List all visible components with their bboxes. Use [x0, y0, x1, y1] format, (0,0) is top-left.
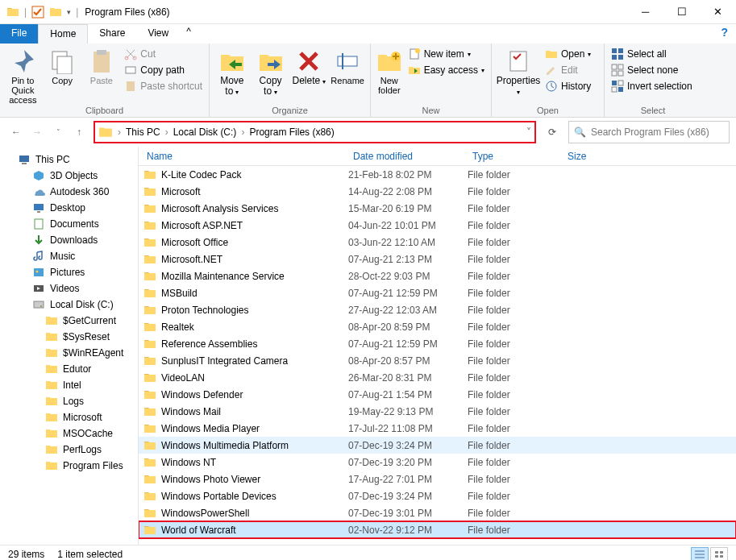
- large-icons-view-icon[interactable]: [710, 547, 728, 561]
- sidebar-item[interactable]: Autodesk 360: [0, 184, 138, 200]
- table-row[interactable]: Windows Portable Devices07-Dec-19 3:24 P…: [139, 487, 736, 504]
- sidebar-item[interactable]: $SysReset: [0, 329, 138, 345]
- breadcrumb-part[interactable]: Program Files (x86): [246, 127, 337, 138]
- column-header-date[interactable]: Date modified: [345, 151, 464, 162]
- sidebar-item[interactable]: MSOCache: [0, 425, 138, 442]
- select-none-button[interactable]: Select none: [609, 63, 694, 77]
- navigation-pane[interactable]: This PC3D ObjectsAutodesk 360DesktopDocu…: [0, 147, 139, 545]
- sidebar-item[interactable]: 3D Objects: [0, 168, 138, 184]
- sidebar-item[interactable]: Videos: [0, 280, 138, 297]
- table-row[interactable]: Microsoft Office03-Jun-22 12:10 AMFile f…: [139, 234, 736, 251]
- sidebar-item[interactable]: $WinREAgent: [0, 345, 138, 361]
- sidebar-item[interactable]: Documents: [0, 216, 138, 232]
- ribbon-collapse-icon[interactable]: ^: [180, 24, 198, 44]
- help-icon[interactable]: ?: [713, 24, 736, 44]
- move-to-button[interactable]: Move to ▾: [214, 47, 250, 97]
- table-row[interactable]: Proton Technologies27-Aug-22 12:03 AMFil…: [139, 301, 736, 318]
- minimize-button[interactable]: ─: [627, 0, 663, 24]
- table-row[interactable]: Realtek08-Apr-20 8:59 PMFile folder: [139, 318, 736, 335]
- tab-home[interactable]: Home: [38, 24, 88, 44]
- sidebar-item[interactable]: Desktop: [0, 200, 138, 216]
- sidebar-item[interactable]: $GetCurrent: [0, 313, 138, 329]
- table-row[interactable]: Mozilla Maintenance Service28-Oct-22 9:0…: [139, 268, 736, 284]
- sidebar-item[interactable]: Pictures: [0, 264, 138, 280]
- table-row[interactable]: VideoLAN26-Mar-20 8:31 PMFile folder: [139, 369, 736, 386]
- delete-button[interactable]: Delete ▾: [292, 47, 327, 86]
- search-input[interactable]: 🔍 Search Program Files (x86): [568, 121, 730, 143]
- invert-selection-button[interactable]: Invert selection: [609, 79, 694, 93]
- sidebar-item[interactable]: Logs: [0, 393, 138, 409]
- table-row[interactable]: Microsoft.NET07-Aug-21 2:13 PMFile folde…: [139, 251, 736, 268]
- table-row[interactable]: Windows Photo Viewer17-Aug-22 7:01 PMFil…: [139, 471, 736, 487]
- table-row[interactable]: Microsoft Analysis Services15-Mar-20 6:1…: [139, 200, 736, 217]
- tab-file[interactable]: File: [0, 24, 38, 44]
- table-row[interactable]: SunplusIT Integrated Camera08-Apr-20 8:5…: [139, 352, 736, 369]
- new-folder-button[interactable]: New folder: [376, 47, 403, 95]
- chevron-right-icon[interactable]: ›: [239, 127, 246, 138]
- checkbox-icon[interactable]: [31, 6, 44, 19]
- table-row[interactable]: Windows Media Player17-Jul-22 11:08 PMFi…: [139, 420, 736, 437]
- file-list[interactable]: K-Lite Codec Pack21-Feb-18 8:02 PMFile f…: [139, 166, 736, 545]
- table-row[interactable]: Windows NT07-Dec-19 3:20 PMFile folder: [139, 454, 736, 471]
- forward-button[interactable]: →: [27, 122, 47, 142]
- table-row[interactable]: K-Lite Codec Pack21-Feb-18 8:02 PMFile f…: [139, 166, 736, 183]
- table-row[interactable]: Windows Defender07-Aug-21 1:54 PMFile fo…: [139, 386, 736, 403]
- breadcrumb-dropdown-icon[interactable]: ˅: [526, 127, 531, 138]
- copy-to-button[interactable]: Copy to ▾: [253, 47, 289, 97]
- sidebar-item[interactable]: Local Disk (C:): [0, 297, 138, 313]
- cut-button[interactable]: Cut: [123, 47, 204, 61]
- pin-to-quick-access-button[interactable]: Pin to Quick access: [5, 47, 41, 105]
- properties-button[interactable]: Properties ▾: [497, 47, 540, 97]
- table-row[interactable]: WindowsPowerShell07-Dec-19 3:01 PMFile f…: [139, 504, 736, 521]
- table-row[interactable]: MSBuild07-Aug-21 12:59 PMFile folder: [139, 284, 736, 301]
- copy-path-icon: [124, 64, 137, 77]
- svg-rect-38: [715, 551, 718, 554]
- sidebar-item[interactable]: PerfLogs: [0, 442, 138, 458]
- tab-share[interactable]: Share: [88, 24, 136, 44]
- sidebar-item[interactable]: Edutor: [0, 361, 138, 377]
- folder-icon[interactable]: [49, 6, 62, 19]
- new-item-button[interactable]: New item ▾: [406, 47, 486, 61]
- column-header-name[interactable]: Name: [139, 151, 345, 162]
- breadcrumb-part[interactable]: Local Disk (C:): [170, 127, 240, 138]
- svg-point-37: [40, 305, 42, 307]
- rename-button[interactable]: Rename: [330, 47, 365, 85]
- recent-dropdown-icon[interactable]: ˅: [48, 122, 68, 142]
- breadcrumb[interactable]: › This PC › Local Disk (C:) › Program Fi…: [94, 121, 536, 143]
- up-button[interactable]: ↑: [69, 122, 89, 142]
- table-row[interactable]: Windows Mail19-May-22 9:13 PMFile folder: [139, 403, 736, 420]
- details-view-icon[interactable]: [691, 547, 709, 561]
- sidebar-item[interactable]: Intel: [0, 377, 138, 393]
- sidebar-item[interactable]: Downloads: [0, 232, 138, 248]
- select-all-button[interactable]: Select all: [609, 47, 694, 61]
- chevron-right-icon[interactable]: ›: [116, 127, 123, 138]
- table-row[interactable]: World of Warcraft02-Nov-22 9:12 PMFile f…: [139, 521, 736, 538]
- breadcrumb-part[interactable]: This PC: [123, 127, 164, 138]
- easy-access-button[interactable]: Easy access ▾: [406, 63, 486, 77]
- table-row[interactable]: Windows Multimedia Platform07-Dec-19 3:2…: [139, 437, 736, 454]
- history-button[interactable]: History: [543, 79, 593, 93]
- table-row[interactable]: Microsoft ASP.NET04-Jun-22 10:01 PMFile …: [139, 217, 736, 234]
- refresh-button[interactable]: ⟳: [541, 121, 563, 143]
- open-button[interactable]: Open ▾: [543, 47, 593, 61]
- edit-button[interactable]: Edit: [543, 63, 593, 77]
- copy-button[interactable]: Copy: [44, 47, 81, 85]
- table-row[interactable]: Microsoft14-Aug-22 2:08 PMFile folder: [139, 183, 736, 200]
- copy-path-button[interactable]: Copy path: [123, 63, 204, 77]
- close-button[interactable]: ✕: [700, 0, 736, 24]
- sidebar-item[interactable]: This PC: [0, 151, 138, 168]
- back-button[interactable]: ←: [6, 122, 26, 142]
- tab-view[interactable]: View: [136, 24, 180, 44]
- maximize-button[interactable]: ☐: [663, 0, 700, 24]
- table-row[interactable]: Reference Assemblies07-Aug-21 12:59 PMFi…: [139, 335, 736, 352]
- dropdown-icon: ▾: [235, 89, 239, 96]
- qat-dropdown-icon[interactable]: ▾: [67, 8, 71, 16]
- column-header-size[interactable]: Size: [559, 151, 624, 162]
- paste-button[interactable]: Paste: [84, 47, 120, 85]
- paste-shortcut-button[interactable]: Paste shortcut: [123, 79, 204, 93]
- column-header-type[interactable]: Type: [464, 151, 559, 162]
- sidebar-item[interactable]: Program Files: [0, 458, 138, 474]
- sidebar-item[interactable]: Microsoft: [0, 409, 138, 425]
- chevron-right-icon[interactable]: ›: [164, 127, 170, 138]
- sidebar-item[interactable]: Music: [0, 248, 138, 264]
